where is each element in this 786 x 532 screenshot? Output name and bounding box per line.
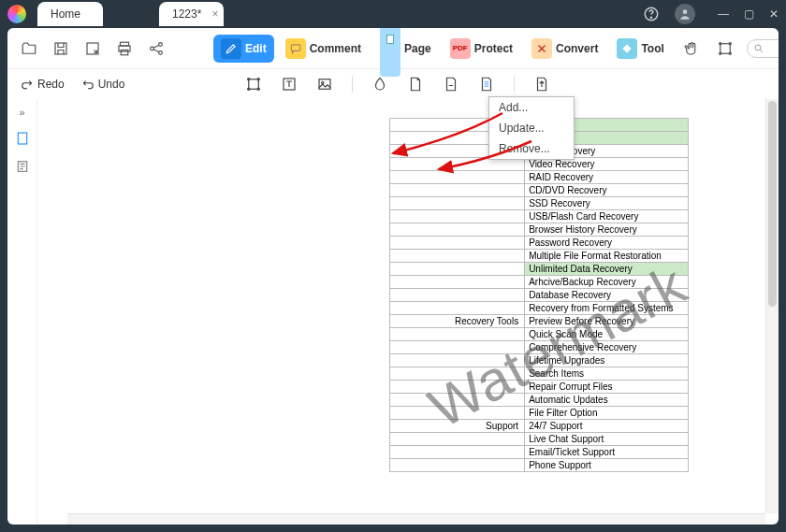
row-value: Quick Scan Mode: [525, 328, 689, 341]
app-window: Edit Comment Page PDFProtect Convert Too…: [7, 28, 779, 525]
app-logo: [7, 5, 26, 23]
svg-rect-12: [387, 35, 394, 43]
avatar-icon[interactable]: [675, 4, 695, 24]
undo-button[interactable]: Undo: [81, 78, 125, 91]
text-icon[interactable]: [281, 76, 298, 93]
row-label: [390, 394, 525, 407]
row-value: USB/Flash Card Recovery: [525, 210, 689, 223]
svg-rect-30: [18, 133, 26, 144]
menu-item-update[interactable]: Update...: [489, 118, 574, 138]
menu-item-remove[interactable]: Remove...: [489, 138, 574, 159]
ribbon-tab-convert[interactable]: Convert: [524, 35, 605, 63]
row-value: File Filter Option: [525, 407, 689, 420]
page-b-icon[interactable]: [443, 76, 459, 93]
row-value: Phone Support: [525, 459, 689, 472]
row-label: [390, 459, 525, 472]
row-value: Search Items: [525, 367, 689, 381]
add-label: Add...: [499, 101, 528, 114]
page-a-icon[interactable]: [407, 76, 424, 93]
row-label: [390, 210, 525, 223]
page-c-icon[interactable]: [478, 76, 495, 93]
maximize-button[interactable]: ▢: [744, 7, 754, 21]
crop-icon[interactable]: [245, 76, 262, 93]
row-label: [390, 250, 525, 263]
horizontal-scrollbar[interactable]: [67, 513, 765, 525]
row-label: [390, 171, 525, 184]
ribbon-tab-protect[interactable]: PDFProtect: [443, 35, 520, 63]
convert-label: Convert: [556, 42, 598, 55]
tab-home[interactable]: Home: [37, 2, 103, 26]
content-area: » RecoveryoveryPhoto RecoveryVideo Recov…: [7, 99, 779, 525]
svg-rect-11: [291, 44, 299, 50]
close-button[interactable]: ✕: [769, 7, 779, 21]
table-row: Quick Scan Mode: [390, 328, 689, 341]
row-value: Unlimited Data Recovery: [525, 263, 689, 276]
scrollbar-thumb[interactable]: [768, 101, 777, 307]
ribbon-tab-comment[interactable]: Comment: [278, 35, 369, 63]
saveas-icon[interactable]: [80, 36, 105, 61]
tab-doc-label: 1223*: [172, 7, 201, 21]
svg-rect-3: [55, 43, 66, 54]
vertical-scrollbar[interactable]: [765, 99, 779, 513]
menu-item-add[interactable]: Add...: [489, 97, 574, 118]
hand-icon[interactable]: [679, 36, 704, 61]
row-value: Database Recovery: [525, 289, 689, 302]
open-icon[interactable]: [17, 36, 41, 61]
row-value: Email/Ticket Support: [525, 446, 689, 459]
table-row: Recovery ToolsPreview Before Recovery: [390, 315, 689, 328]
row-label: [390, 328, 525, 341]
close-icon[interactable]: ×: [211, 7, 218, 21]
share-icon[interactable]: [144, 36, 168, 61]
side-panel: »: [7, 99, 37, 525]
select-icon[interactable]: [713, 36, 737, 61]
save-icon[interactable]: [49, 36, 73, 61]
help-icon[interactable]: [643, 6, 660, 22]
row-value: Browser History Recovery: [525, 223, 689, 237]
main-ribbon: Edit Comment Page PDFProtect Convert Too…: [7, 28, 779, 69]
comment-label: Comment: [310, 42, 361, 55]
titlebar: Home 1223* × — ▢ ✕: [0, 0, 786, 28]
document-viewport[interactable]: RecoveryoveryPhoto RecoveryVideo Recover…: [37, 99, 779, 525]
row-value: Lifetime Upgrades: [525, 354, 689, 367]
svg-point-2: [683, 9, 688, 14]
page-d-icon[interactable]: [533, 76, 550, 93]
bookmarks-icon[interactable]: [15, 159, 30, 174]
row-label: [390, 446, 525, 459]
tool-label: Tool: [641, 42, 663, 55]
row-label: [390, 354, 525, 367]
print-icon[interactable]: [112, 36, 137, 61]
table-row: Comprehensive Recovery: [390, 341, 689, 354]
row-value: Multiple File Format Restoration: [525, 250, 689, 263]
ribbon-tab-tool[interactable]: Tool: [609, 35, 671, 63]
thumbnails-icon[interactable]: [15, 131, 30, 146]
table-row: Multiple File Format Restoration: [390, 250, 689, 263]
row-value: 24/7 Support: [525, 420, 689, 433]
svg-rect-28: [319, 79, 330, 90]
row-label: Recovery Tools: [390, 315, 525, 328]
watermark-icon[interactable]: Add... Update... Remove...: [371, 76, 388, 93]
watermark-dropdown: Add... Update... Remove...: [488, 96, 575, 160]
image-icon[interactable]: [316, 76, 333, 93]
row-label: [390, 341, 525, 354]
svg-rect-13: [720, 43, 731, 53]
redo-button[interactable]: Redo: [21, 78, 65, 91]
search-input[interactable]: [747, 39, 779, 58]
row-label: [390, 302, 525, 315]
table-row: Unlimited Data Recovery: [390, 263, 689, 276]
svg-point-1: [650, 17, 651, 18]
document-page: RecoveryoveryPhoto RecoveryVideo Recover…: [165, 99, 651, 155]
expand-icon[interactable]: »: [19, 107, 24, 118]
edit-label: Edit: [245, 42, 267, 55]
window-controls: — ▢ ✕: [718, 7, 779, 21]
svg-rect-7: [121, 50, 128, 54]
table-row: Arhcive/Backup Recovery: [390, 276, 689, 289]
row-value: Automatic Updates: [525, 394, 689, 407]
tab-home-label: Home: [51, 7, 80, 21]
minimize-button[interactable]: —: [718, 7, 729, 21]
row-value: Live Chat Support: [525, 433, 689, 446]
page-label: Page: [404, 42, 431, 55]
table-row: SSD Recovery: [390, 197, 689, 210]
row-label: [390, 184, 525, 197]
tab-document[interactable]: 1223* ×: [159, 2, 224, 26]
ribbon-tab-edit[interactable]: Edit: [213, 35, 274, 63]
